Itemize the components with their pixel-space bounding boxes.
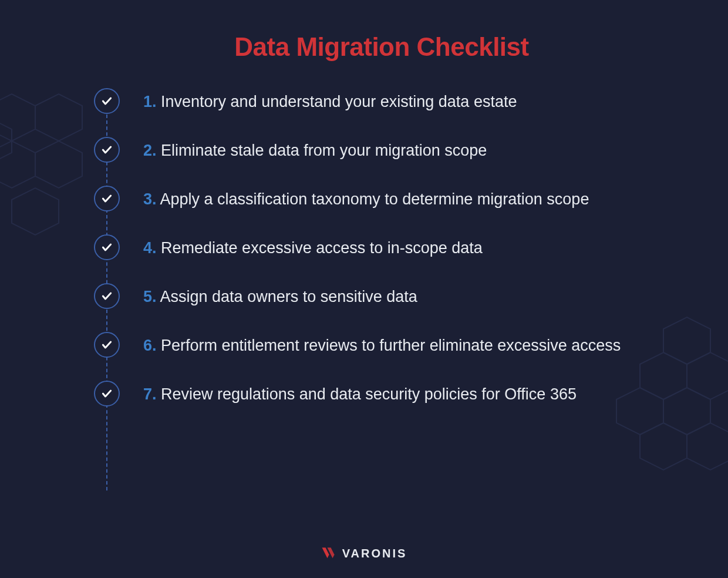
item-number: 3. <box>143 190 157 208</box>
checklist-item: 1. Inventory and understand your existin… <box>94 91 669 114</box>
checklist-item: 3. Apply a classification taxonomy to de… <box>94 189 669 211</box>
item-body: Perform entitlement reviews to further e… <box>161 337 621 354</box>
item-text: 7. Review regulations and data security … <box>143 384 577 405</box>
check-icon <box>94 88 120 114</box>
checklist-item: 2. Eliminate stale data from your migrat… <box>94 140 669 163</box>
checklist-item: 5. Assign data owners to sensitive data <box>94 286 669 309</box>
item-body: Remediate excessive access to in-scope d… <box>161 239 483 257</box>
item-number: 6. <box>143 337 157 354</box>
checklist-item: 7. Review regulations and data security … <box>94 384 669 406</box>
item-text: 1. Inventory and understand your existin… <box>143 91 517 112</box>
item-number: 1. <box>143 93 157 110</box>
checklist-item: 4. Remediate excessive access to in-scop… <box>94 237 669 260</box>
item-text: 5. Assign data owners to sensitive data <box>143 286 417 307</box>
item-text: 3. Apply a classification taxonomy to de… <box>143 189 589 210</box>
item-body: Review regulations and data security pol… <box>161 385 577 403</box>
check-icon <box>94 186 120 211</box>
check-icon <box>94 234 120 260</box>
check-icon <box>94 332 120 358</box>
main-container: Data Migration Checklist 1. Inventory an… <box>0 0 728 406</box>
check-icon <box>94 381 120 406</box>
item-number: 4. <box>143 239 157 257</box>
item-text: 6. Perform entitlement reviews to furthe… <box>143 335 621 356</box>
item-number: 7. <box>143 385 157 403</box>
item-number: 5. <box>143 288 157 305</box>
item-text: 4. Remediate excessive access to in-scop… <box>143 237 483 258</box>
logo-icon <box>321 546 339 560</box>
page-title: Data Migration Checklist <box>94 32 669 62</box>
svg-marker-10 <box>640 423 687 470</box>
item-body: Assign data owners to sensitive data <box>160 288 417 305</box>
item-number: 2. <box>143 142 157 159</box>
item-body: Apply a classification taxonomy to deter… <box>160 190 589 208</box>
checklist-item: 6. Perform entitlement reviews to furthe… <box>94 335 669 358</box>
logo-text: VARONIS <box>342 547 407 560</box>
item-body: Inventory and understand your existing d… <box>161 93 517 110</box>
item-body: Eliminate stale data from your migration… <box>161 142 487 159</box>
check-icon <box>94 283 120 309</box>
svg-marker-11 <box>687 423 728 470</box>
checklist: 1. Inventory and understand your existin… <box>94 91 669 406</box>
brand-logo: VARONIS <box>0 546 728 560</box>
item-text: 2. Eliminate stale data from your migrat… <box>143 140 487 161</box>
check-icon <box>94 137 120 163</box>
